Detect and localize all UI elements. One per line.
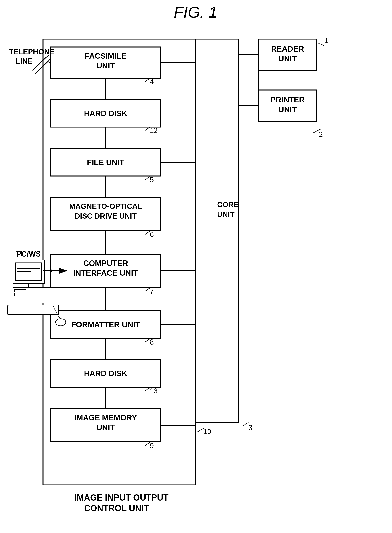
ref-3-line	[243, 422, 248, 426]
reader-label2: UNIT	[278, 54, 297, 63]
diagram: FIG. 1 FACSIMILE UNIT HARD DISK FILE UNI…	[0, 0, 392, 533]
ref-1-leader	[318, 44, 324, 46]
ref-9-line	[145, 442, 150, 446]
ref-12-line	[145, 127, 150, 131]
pc-keyboard	[8, 305, 59, 315]
ref-12: 12	[150, 126, 158, 134]
pc-mouse	[56, 319, 66, 326]
ref-10-line	[198, 428, 204, 432]
ref-5-line	[145, 176, 150, 180]
ref-8-line	[145, 339, 150, 342]
facsimile-unit-label: FACSIMILE	[85, 52, 126, 60]
ref-8: 8	[150, 338, 154, 346]
ref-10: 10	[203, 428, 211, 436]
ref-2: 2	[319, 130, 323, 139]
imagememory-label1: IMAGE MEMORY	[74, 413, 137, 422]
core-unit-label2: UNIT	[217, 210, 234, 219]
imagememory-label2: UNIT	[96, 423, 115, 432]
iiocu-label2: CONTROL UNIT	[84, 503, 149, 513]
magneto-label2: DISC DRIVE UNIT	[75, 212, 137, 220]
computer-interface-label2: INTERFACE UNIT	[73, 269, 138, 277]
ref-7: 7	[150, 287, 154, 295]
reader-label1: READER	[271, 45, 304, 53]
ref-13: 13	[150, 387, 158, 395]
pcws-label: PC/WS	[16, 250, 41, 258]
printer-label1: PRINTER	[270, 95, 305, 104]
magneto-label1: MAGNETO-OPTICAL	[69, 202, 142, 210]
harddisk2-label: HARD DISK	[84, 369, 127, 378]
fileunit-label: FILE UNIT	[87, 158, 124, 167]
ref-6-line	[145, 231, 150, 235]
ref-1: 1	[325, 37, 329, 45]
core-unit-box	[196, 39, 239, 422]
pc-drive2	[14, 293, 26, 296]
ref-3: 3	[248, 424, 252, 432]
ref-7-line	[145, 288, 150, 291]
core-unit-label1: CORE	[217, 201, 239, 209]
pc-drive1	[14, 289, 26, 292]
harddisk1-label: HARD DISK	[84, 109, 127, 118]
telephone-label1: TELEPHONE	[9, 48, 54, 56]
iiocu-label1: IMAGE INPUT OUTPUT	[74, 493, 169, 502]
ref-5: 5	[150, 176, 154, 184]
formatter-label: FORMATTER UNIT	[71, 320, 140, 329]
ref-4: 4	[150, 78, 154, 86]
ref-4-line	[145, 78, 150, 82]
page-title: FIG. 1	[174, 4, 217, 21]
telephone-label2: LINE	[16, 57, 33, 65]
printer-label2: UNIT	[278, 105, 297, 114]
ref-13-line	[145, 388, 150, 391]
ref-9: 9	[150, 442, 154, 450]
facsimile-unit-label2: UNIT	[96, 61, 115, 70]
computer-interface-label1: COMPUTER	[83, 259, 128, 268]
ref-6: 6	[150, 231, 154, 239]
